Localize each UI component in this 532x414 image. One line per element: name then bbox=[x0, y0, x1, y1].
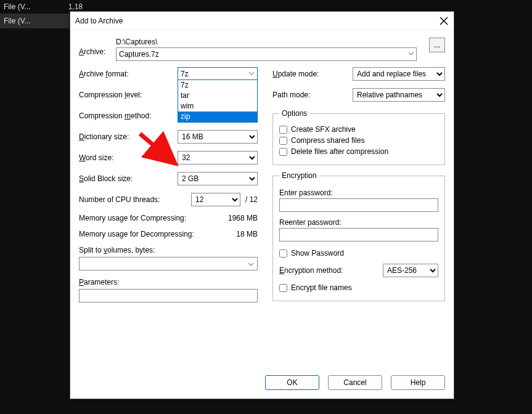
cpu-threads-max: / 12 bbox=[245, 195, 258, 204]
compression-level-label: Compression level: bbox=[79, 91, 171, 99]
create-sfx-label: Create SFX archive bbox=[291, 125, 356, 134]
delete-after-checkbox[interactable] bbox=[279, 148, 287, 156]
reenter-password-label: Reenter password: bbox=[279, 218, 438, 227]
file-name: File (V... bbox=[4, 17, 31, 25]
format-option-tar[interactable]: tar bbox=[178, 91, 257, 101]
cpu-threads-label: Number of CPU threads: bbox=[79, 195, 160, 204]
ok-button[interactable]: OK bbox=[265, 375, 319, 390]
archive-path-text: D:\Captures\ bbox=[116, 38, 423, 46]
solid-block-select[interactable]: 2 GB bbox=[178, 172, 258, 185]
chevron-down-icon bbox=[248, 261, 254, 269]
format-option-7z[interactable]: 7z bbox=[178, 80, 257, 91]
path-mode-label: Path mode: bbox=[272, 91, 328, 99]
show-password-label: Show Password bbox=[291, 249, 344, 258]
archive-name-input[interactable] bbox=[116, 47, 417, 61]
encryption-group: Encryption Enter password: Reenter passw… bbox=[272, 171, 445, 301]
encryption-legend: Encryption bbox=[279, 171, 319, 180]
archive-format-dropdown[interactable]: 7z 7z tar wim zip bbox=[178, 67, 258, 123]
encryption-method-label: Encryption method: bbox=[279, 266, 343, 275]
chevron-down-icon bbox=[248, 70, 255, 78]
solid-block-label: Solid Block size: bbox=[79, 174, 171, 183]
reenter-password-input[interactable] bbox=[279, 228, 438, 242]
update-mode-select[interactable]: Add and replace files bbox=[353, 67, 445, 81]
browse-button[interactable]: ... bbox=[429, 38, 445, 52]
parameters-label: Parameters: bbox=[79, 278, 258, 286]
split-volumes-label: Split to volumes, bytes: bbox=[79, 246, 258, 254]
titlebar: Add to Archive bbox=[70, 12, 454, 30]
archive-label: Archive: bbox=[79, 38, 110, 56]
split-volumes-input[interactable] bbox=[79, 257, 258, 270]
options-legend: Options bbox=[279, 109, 309, 118]
format-selected: 7z bbox=[181, 70, 189, 78]
enter-password-label: Enter password: bbox=[279, 189, 438, 197]
format-option-wim[interactable]: wim bbox=[178, 101, 257, 112]
create-sfx-checkbox[interactable] bbox=[279, 126, 287, 134]
word-size-select[interactable]: 32 bbox=[178, 151, 258, 164]
encryption-method-select[interactable]: AES-256 bbox=[383, 264, 438, 277]
help-button[interactable]: Help bbox=[391, 375, 445, 390]
cancel-button[interactable]: Cancel bbox=[328, 375, 382, 390]
compression-method-label: Compression method: bbox=[79, 112, 171, 120]
word-size-label: Word size: bbox=[79, 153, 171, 162]
add-to-archive-dialog: Add to Archive Archive: D:\Captures\ ...… bbox=[70, 11, 454, 399]
file-size: 1,18 bbox=[68, 2, 83, 11]
options-group: Options Create SFX archive Compress shar… bbox=[272, 109, 445, 165]
encrypt-filenames-checkbox[interactable] bbox=[279, 284, 287, 292]
format-label: Archive format: bbox=[79, 70, 171, 78]
mem-decompress-value: 18 MB bbox=[236, 230, 258, 238]
dictionary-size-select[interactable]: 16 MB bbox=[178, 130, 258, 144]
file-name: File (V... bbox=[4, 2, 31, 11]
dictionary-size-label: Dictionary size: bbox=[79, 132, 171, 141]
mem-decompress-label: Memory usage for Decompressing: bbox=[79, 230, 194, 238]
encrypt-filenames-label: Encrypt file names bbox=[291, 283, 352, 292]
show-password-checkbox[interactable] bbox=[279, 250, 287, 258]
enter-password-input[interactable] bbox=[279, 198, 438, 212]
compress-shared-checkbox[interactable] bbox=[279, 137, 287, 145]
update-mode-label: Update mode: bbox=[272, 70, 328, 78]
path-mode-select[interactable]: Relative pathnames bbox=[353, 88, 445, 102]
format-option-zip[interactable]: zip bbox=[178, 112, 257, 122]
cpu-threads-select[interactable]: 12 bbox=[191, 193, 240, 206]
parameters-input[interactable] bbox=[79, 289, 258, 302]
delete-after-label: Delete files after compression bbox=[291, 147, 388, 156]
mem-compress-label: Memory usage for Compressing: bbox=[79, 214, 186, 222]
compress-shared-label: Compress shared files bbox=[291, 136, 364, 145]
close-icon[interactable] bbox=[439, 16, 449, 26]
mem-compress-value: 1968 MB bbox=[228, 214, 258, 222]
dialog-title: Add to Archive bbox=[75, 17, 123, 25]
